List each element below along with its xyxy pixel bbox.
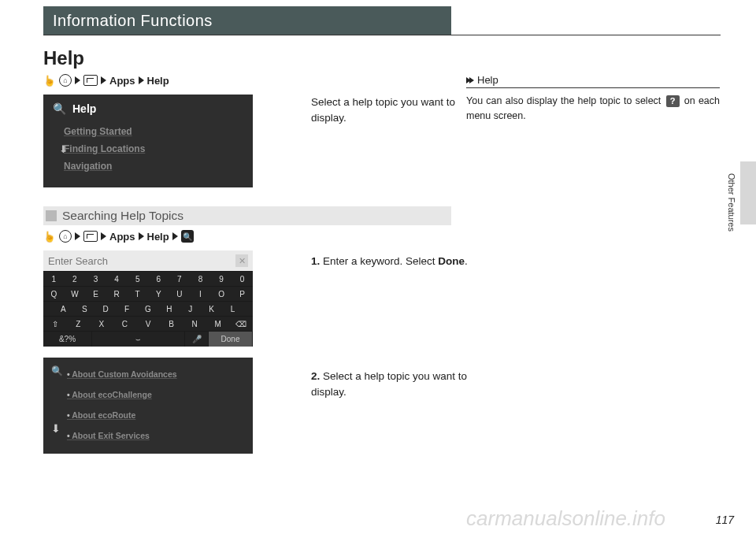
symbols-key: &?% (43, 332, 92, 347)
help-item: Finding Locations (53, 140, 243, 158)
step-number: 1. (311, 255, 320, 267)
side-text-pre: You can also display the help topic to s… (466, 95, 665, 106)
keyboard-row-numbers: 1234567890 (43, 271, 253, 286)
scroll-down-icon: ⬇ (51, 422, 61, 435)
step-tail: . (465, 255, 468, 267)
side-note-column: Help You can also display the help topic… (466, 74, 720, 124)
mic-key: 🎤 (185, 332, 209, 347)
chevron-right-icon (172, 232, 178, 240)
navigation-icon (83, 75, 98, 86)
step-body: Enter a keyword. Select (320, 255, 438, 267)
question-mark-icon: ? (666, 95, 680, 107)
step-2-text: 2. Select a help topic you want to displ… (311, 369, 480, 399)
chapter-header: Information Functions (43, 6, 451, 35)
thumb-tab (740, 161, 756, 224)
pointer-icon: ☝ (43, 75, 56, 87)
chevron-right-icon (75, 232, 80, 240)
key: K (201, 305, 222, 313)
breadcrumb-help: Help (147, 75, 169, 87)
result-item: About ecoChallenge (67, 384, 243, 405)
done-key: Done (209, 332, 253, 347)
breadcrumb-help: Help (147, 231, 169, 243)
spacebar-key: ⌣ (92, 332, 185, 347)
result-item: About Custom Avoidances (67, 364, 243, 384)
key: T (127, 290, 148, 299)
navigation-icon (83, 231, 98, 242)
page-number: 117 (716, 514, 734, 526)
search-icon: 🔍 (53, 102, 66, 115)
breadcrumb-apps: Apps (109, 231, 135, 243)
step-body: Select a help topic you want to display. (311, 370, 467, 398)
key: Q (43, 290, 65, 299)
subsection-title: Searching Help Topics (62, 209, 183, 223)
home-icon: ⌂ (59, 230, 72, 243)
scroll-down-icon: ⬇ (59, 143, 68, 155)
keyboard-row-zxcv: ⇧ZXCVBNM⌫ (43, 316, 253, 331)
key: 3 (85, 275, 106, 284)
key: Y (148, 290, 169, 299)
key: 6 (148, 275, 169, 284)
breadcrumb-2: ☝ ⌂ Apps Help 🔍 (43, 230, 451, 243)
search-icon: 🔍 (51, 365, 63, 376)
result-item: About ecoRoute (67, 405, 243, 425)
chevron-right-icon (101, 232, 106, 240)
key: D (95, 305, 117, 313)
keyboard-screenshot: Enter Search ✕ 1234567890 QWERTYUIOP ASD… (43, 250, 253, 347)
key: E (85, 290, 106, 299)
key: X (90, 320, 113, 328)
key: G (138, 305, 159, 313)
breadcrumb-1: ☝ ⌂ Apps Help (43, 74, 451, 87)
key: S (74, 305, 95, 313)
header-rule (43, 35, 721, 35)
key: P (232, 290, 253, 299)
key: 4 (106, 275, 128, 284)
section-title: Help (43, 47, 451, 69)
pointer-icon: ☝ (43, 231, 56, 243)
keyboard-bottom-row: &?% ⌣ 🎤 Done (43, 331, 253, 347)
result-item: About Exit Services (67, 425, 243, 446)
clear-icon: ✕ (235, 254, 248, 267)
key: R (106, 290, 128, 299)
side-note-heading: Help (466, 74, 720, 88)
key: V (136, 320, 160, 328)
thumb-tab-label: Other Features (727, 173, 736, 232)
keyboard-row-asdf: ASDFGHJKL (43, 301, 253, 316)
search-icon-boxed: 🔍 (181, 230, 194, 243)
key: 9 (211, 275, 232, 284)
key: O (211, 290, 232, 299)
breadcrumb-apps: Apps (109, 75, 135, 87)
step-bold: Done (438, 255, 465, 267)
key: B (160, 320, 183, 328)
key: J (180, 305, 201, 313)
key: A (53, 305, 74, 313)
key: 7 (169, 275, 191, 284)
key: 2 (65, 275, 86, 284)
backspace-key: ⌫ (230, 320, 254, 328)
side-note-body: You can also display the help topic to s… (466, 94, 720, 124)
step-number: 2. (311, 370, 320, 382)
square-bullet-icon (46, 210, 57, 221)
search-results-screenshot: 🔍 ⬇ About Custom Avoidances About ecoCha… (43, 358, 253, 454)
key: L (222, 305, 243, 313)
key: I (190, 290, 211, 299)
subsection-heading: Searching Help Topics (43, 206, 451, 225)
key: U (169, 290, 191, 299)
step-1-text: 1. Enter a keyword. Select Done. (311, 254, 480, 269)
key: 8 (190, 275, 211, 284)
chevron-right-icon (101, 76, 106, 84)
chevron-right-icon (75, 76, 80, 84)
chevron-right-icon (139, 232, 144, 240)
side-note-title: Help (477, 74, 498, 86)
shift-key: ⇧ (43, 320, 67, 328)
key: M (206, 320, 230, 328)
key: 1 (43, 275, 65, 284)
main-column: Help ☝ ⌂ Apps Help 🔍 Help ⬇ Getting Star… (43, 47, 451, 454)
help-menu-screenshot: 🔍 Help ⬇ Getting Started Finding Locatio… (43, 95, 253, 187)
key: 5 (127, 275, 148, 284)
key: Z (67, 320, 91, 328)
key: W (65, 290, 86, 299)
panel-title: Help (72, 102, 96, 115)
double-chevron-icon (466, 77, 472, 83)
watermark: carmanualsonline.info (466, 506, 665, 531)
key: C (113, 320, 137, 328)
